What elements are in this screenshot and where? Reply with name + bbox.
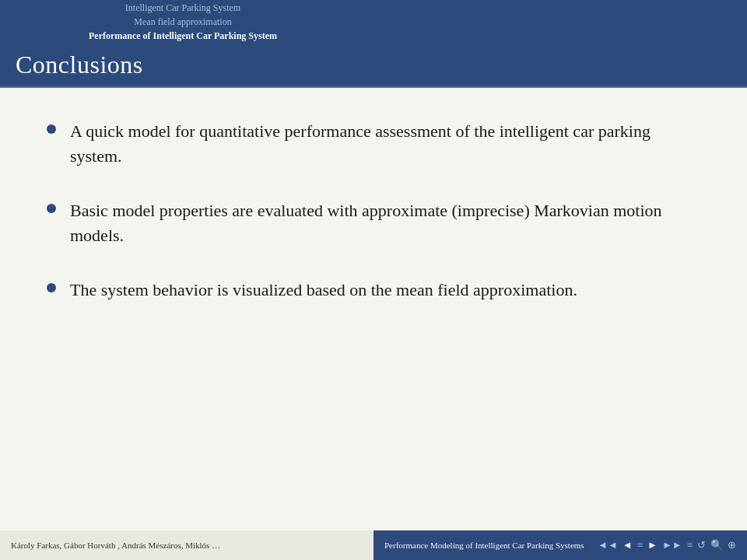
bullet-item-1: A quick model for quantitative performan… [47, 119, 700, 169]
nav-list-icon[interactable]: ≡ [637, 539, 643, 551]
bullet-text-3: The system behavior is visualized based … [70, 278, 577, 303]
bullet-dot-1 [47, 124, 56, 134]
nav-menu-icon[interactable]: ≡ [687, 539, 693, 551]
nav-first-icon[interactable]: ◄◄ [598, 539, 618, 551]
bullet-dot-2 [47, 204, 56, 213]
nav-zoom-out-icon[interactable]: 🔍 [710, 539, 723, 551]
nav-zoom-in-icon[interactable]: ⊕ [728, 539, 736, 551]
header-nav-line1: Intelligent Car Parking System [8, 1, 358, 15]
header-nav: Intelligent Car Parking System Mean fiel… [0, 0, 366, 46]
header: Intelligent Car Parking System Mean fiel… [0, 0, 747, 43]
header-right [366, 0, 747, 43]
bullet-text-1: A quick model for quantitative performan… [70, 119, 700, 169]
main-content: A quick model for quantitative performan… [0, 88, 747, 347]
footer-title: Performance Modeling of Intelligent Car … [384, 541, 584, 550]
nav-prev-icon[interactable]: ◄ [622, 539, 633, 551]
footer-left: Károly Farkas, Gábor Horváth , András Mé… [0, 530, 374, 560]
bullet-text-2: Basic model properties are evaluated wit… [70, 198, 700, 248]
page-title: Conclusions [16, 51, 143, 79]
nav-last-icon[interactable]: ►► [662, 539, 682, 551]
header-nav-line2: Mean field approximation [8, 15, 358, 29]
header-nav-line3: Performance of Intelligent Car Parking S… [8, 29, 358, 43]
footer-nav-icons: ◄◄ ◄ ≡ ► ►► ≡ ↺ 🔍 ⊕ [598, 539, 736, 551]
footer: Károly Farkas, Gábor Horváth , András Mé… [0, 530, 747, 560]
nav-refresh-icon[interactable]: ↺ [697, 539, 706, 551]
nav-next-icon[interactable]: ► [647, 539, 658, 551]
bullet-dot-3 [47, 283, 56, 292]
footer-right: Performance Modeling of Intelligent Car … [374, 530, 747, 560]
bullet-item-2: Basic model properties are evaluated wit… [47, 198, 700, 248]
bullet-item-3: The system behavior is visualized based … [47, 278, 700, 303]
footer-authors: Károly Farkas, Gábor Horváth , András Mé… [11, 541, 220, 550]
title-bar: Conclusions [0, 43, 747, 86]
